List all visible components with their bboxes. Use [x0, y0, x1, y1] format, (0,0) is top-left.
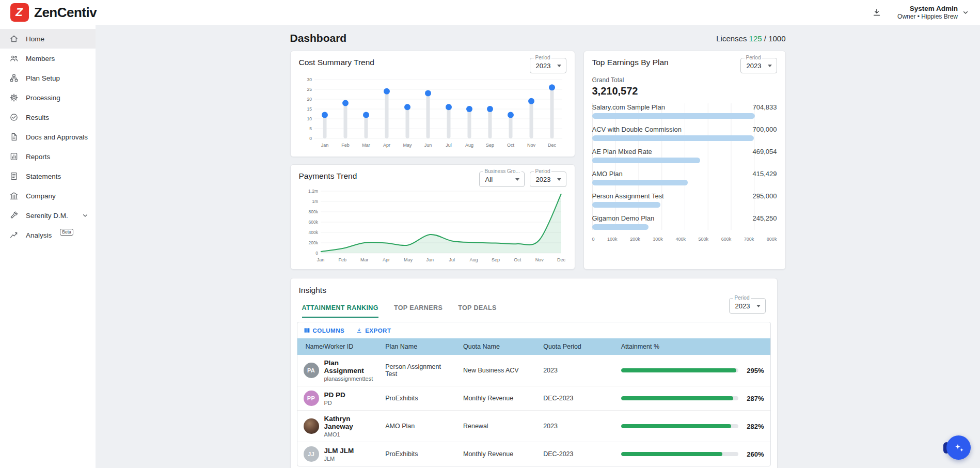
right-column: Top Earnings By Plan Period 2023 Grand T…	[583, 51, 786, 270]
columns-icon	[304, 327, 310, 334]
svg-text:0: 0	[315, 251, 318, 256]
quota-period-cell: DEC-2023	[537, 442, 615, 466]
top-earnings-card: Top Earnings By Plan Period 2023 Grand T…	[583, 51, 786, 270]
member-worker-id: AMO1	[324, 431, 373, 438]
page-title: Dashboard	[290, 32, 347, 44]
payments-head: Payments Trend Business Gro... All Perio…	[299, 171, 566, 187]
cost-period-select[interactable]: Period 2023	[530, 58, 566, 73]
columns-button[interactable]: COLUMNS	[304, 327, 345, 334]
avatar-initials: JJ	[304, 446, 319, 462]
tab-attainment-ranking[interactable]: ATTAINMENT RANKING	[302, 304, 378, 318]
svg-text:Nov: Nov	[527, 143, 535, 148]
insights-card: Insights ATTAINMENT RANKING TOP EARNERS …	[290, 278, 778, 468]
export-button-label: EXPORT	[365, 327, 391, 334]
avatar-initials: PP	[304, 391, 319, 406]
table-column-header[interactable]: Name/Worker ID	[297, 338, 380, 355]
svg-text:May: May	[403, 257, 413, 262]
insights-period-wrap: Period 2023	[729, 298, 766, 314]
member-name: JLM JLM	[324, 447, 354, 455]
table-column-header[interactable]: Plan Name	[379, 338, 457, 355]
attainment-track	[621, 452, 738, 456]
quota-period-cell: 2023	[537, 411, 615, 442]
sidebar-item-results[interactable]: Results	[0, 107, 96, 127]
chevron-down-icon[interactable]	[81, 211, 89, 220]
table-column-header[interactable]: Quota Name	[457, 338, 537, 355]
earnings-plan-value: 704,833	[753, 103, 777, 111]
table-row[interactable]: PAPlan AssignmentplanassignmenttestPerso…	[297, 355, 770, 386]
earnings-plan-value: 469,054	[753, 148, 777, 155]
earnings-row: Person Assignment Test295,000	[592, 192, 777, 208]
svg-text:25: 25	[307, 87, 312, 92]
dashboard-grid: Cost Summary Trend Period 2023 051015202…	[290, 51, 786, 270]
svg-text:0: 0	[309, 136, 312, 141]
caret-down-icon	[515, 178, 519, 181]
sidebar-item-statements[interactable]: Statements	[0, 166, 96, 186]
gear-icon	[9, 93, 19, 102]
document-icon	[9, 132, 19, 142]
svg-text:Apr: Apr	[383, 257, 390, 262]
sidebar-item-reports[interactable]: Reports	[0, 147, 96, 166]
payments-title: Payments Trend	[299, 171, 357, 181]
brand[interactable]: Z ZenCentiv	[10, 3, 97, 22]
svg-text:Mar: Mar	[360, 257, 368, 262]
svg-text:Oct: Oct	[507, 143, 514, 148]
sidebar-item-plan-setup[interactable]: Plan Setup	[0, 68, 96, 88]
sidebar-item-processing[interactable]: Processing	[0, 88, 96, 107]
period-label: Period	[534, 169, 552, 174]
cost-summary-head: Cost Summary Trend Period 2023	[299, 58, 566, 73]
top-earnings-chart: Salary.com Sample Plan704,833ACV with Do…	[592, 103, 777, 230]
sidebar-item-home[interactable]: Home	[0, 29, 96, 49]
brand-logo-icon: Z	[10, 3, 29, 22]
payments-period-select[interactable]: Period 2023	[530, 171, 566, 187]
svg-text:Aug: Aug	[465, 143, 473, 148]
svg-text:Jul: Jul	[449, 257, 455, 262]
x-axis-tick: 400k	[675, 237, 686, 242]
earnings-bar	[592, 180, 688, 185]
earnings-plan-value: 700,000	[753, 126, 777, 133]
cost-summary-chart: 051015202530JanFebMarAprMayJunJulAugSepO…	[299, 73, 567, 151]
sidebar-item-company[interactable]: Company	[0, 186, 96, 206]
sidebar-item-analysis[interactable]: Analysis Beta	[0, 225, 96, 245]
table-row[interactable]: JJJLM JLMJLMProExhibitsMonthly RevenueDE…	[297, 442, 770, 466]
period-value: 2023	[536, 176, 551, 183]
table-row[interactable]: Kathryn JanewayAMO1AMO PlanRenewal202328…	[297, 411, 770, 442]
avatar-photo	[304, 418, 319, 434]
brand-logo-letter: Z	[15, 6, 22, 19]
insights-period-select[interactable]: Period 2023	[729, 298, 766, 314]
table-toolbar: COLUMNS EXPORT	[297, 322, 770, 338]
earnings-plan-value: 245,250	[753, 214, 777, 222]
svg-text:Jul: Jul	[446, 143, 452, 148]
assistant-fab-button[interactable]	[946, 435, 971, 460]
sidebar-item-label: Company	[26, 192, 56, 200]
table-column-header[interactable]: Attainment %	[615, 338, 770, 355]
sidebar-item-label: Plan Setup	[26, 74, 60, 82]
svg-text:Jan: Jan	[317, 257, 324, 262]
quota-period-cell: 2023	[537, 355, 615, 386]
table-column-header[interactable]: Quota Period	[537, 338, 615, 355]
business-group-value: All	[485, 176, 493, 183]
x-axis-tick: 300k	[653, 237, 663, 242]
business-group-select[interactable]: Business Gro... All	[479, 171, 525, 187]
tab-top-deals[interactable]: TOP DEALS	[458, 304, 497, 318]
member-worker-id: planassignmenttest	[324, 376, 373, 382]
tab-top-earners[interactable]: TOP EARNERS	[394, 304, 442, 318]
sidebar-item-docs-and-approvals[interactable]: Docs and Approvals	[0, 127, 96, 147]
svg-text:Sep: Sep	[491, 257, 499, 262]
earnings-row: AMO Plan415,429	[592, 170, 777, 185]
period-label: Period	[733, 295, 751, 301]
attainment-track	[621, 424, 738, 428]
home-icon	[9, 34, 19, 43]
user-menu[interactable]: System Admin Owner • Hippies Brew	[897, 5, 970, 20]
sidebar-item-members[interactable]: Members	[0, 49, 96, 68]
attainment-table: Name/Worker IDPlan NameQuota NameQuota P…	[297, 338, 770, 466]
plan-name-cell: Person Assignment Test	[379, 355, 457, 386]
earnings-period-select[interactable]: Period 2023	[740, 58, 777, 73]
table-row[interactable]: PPPD PDPDProExhibitsMonthly RevenueDEC-2…	[297, 386, 770, 411]
left-column: Cost Summary Trend Period 2023 051015202…	[290, 51, 575, 270]
download-icon[interactable]	[872, 7, 882, 18]
export-button[interactable]: EXPORT	[356, 327, 391, 334]
sidebar-item-label: Home	[26, 35, 44, 43]
brand-name: ZenCentiv	[34, 5, 97, 21]
grand-total-label: Grand Total	[592, 76, 777, 84]
sidebar-item-serenity-dm[interactable]: Serenity D.M.	[0, 206, 96, 225]
